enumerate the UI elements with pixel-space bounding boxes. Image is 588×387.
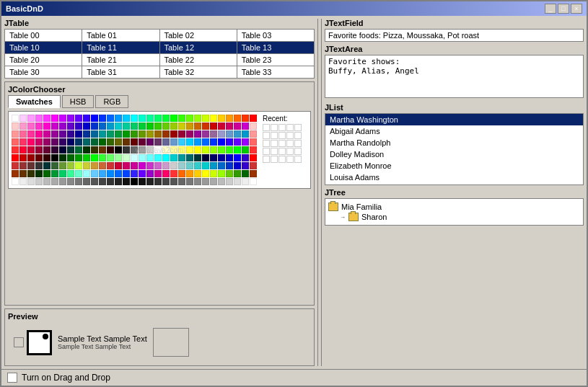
color-swatch-cell[interactable] bbox=[218, 162, 225, 169]
tree-item-mia-familia[interactable]: Mia Familia bbox=[328, 202, 580, 212]
color-swatch-cell[interactable] bbox=[250, 138, 257, 146]
color-swatch-cell[interactable] bbox=[218, 146, 225, 154]
recent-swatch-cell[interactable] bbox=[271, 148, 278, 155]
color-swatch-cell[interactable] bbox=[83, 123, 90, 130]
color-swatch-cell[interactable] bbox=[12, 115, 19, 122]
recent-swatch-cell[interactable] bbox=[271, 156, 278, 163]
color-swatch-cell[interactable] bbox=[250, 146, 257, 154]
color-swatch-cell[interactable] bbox=[170, 130, 177, 138]
color-swatch-cell[interactable] bbox=[202, 154, 209, 161]
color-swatch-cell[interactable] bbox=[146, 146, 154, 154]
color-swatch-cell[interactable] bbox=[67, 170, 74, 177]
color-swatch-cell[interactable] bbox=[154, 123, 162, 130]
color-swatch-cell[interactable] bbox=[186, 146, 193, 154]
color-swatch-cell[interactable] bbox=[154, 162, 162, 169]
color-swatch-cell[interactable] bbox=[194, 123, 201, 130]
color-swatch-cell[interactable] bbox=[27, 123, 35, 130]
recent-swatch-cell[interactable] bbox=[294, 132, 302, 139]
color-swatch-cell[interactable] bbox=[12, 123, 19, 130]
color-swatch-cell[interactable] bbox=[107, 146, 114, 154]
color-swatch-cell[interactable] bbox=[43, 170, 51, 177]
color-swatch-cell[interactable] bbox=[186, 130, 193, 138]
minimize-button[interactable]: _ bbox=[545, 4, 556, 14]
color-swatch-cell[interactable] bbox=[12, 170, 19, 177]
color-swatch-cell[interactable] bbox=[210, 162, 217, 169]
color-swatch-cell[interactable] bbox=[139, 146, 146, 154]
color-swatch-cell[interactable] bbox=[91, 154, 98, 161]
color-swatch-cell[interactable] bbox=[139, 162, 146, 169]
color-swatch-cell[interactable] bbox=[146, 123, 154, 130]
color-swatch-cell[interactable] bbox=[67, 115, 74, 122]
color-swatch-cell[interactable] bbox=[19, 170, 27, 177]
color-swatch-cell[interactable] bbox=[75, 130, 82, 138]
color-swatch-cell[interactable] bbox=[67, 146, 74, 154]
color-swatch-cell[interactable] bbox=[178, 170, 185, 177]
color-swatch-cell[interactable] bbox=[234, 138, 241, 146]
color-swatch-cell[interactable] bbox=[67, 123, 74, 130]
jlist-container[interactable]: Martha Washington Abigail Adams Martha R… bbox=[325, 113, 584, 185]
color-swatch-cell[interactable] bbox=[19, 130, 27, 138]
color-swatch-cell[interactable] bbox=[162, 154, 170, 161]
recent-swatch-cell[interactable] bbox=[263, 156, 270, 163]
color-swatch-cell[interactable] bbox=[43, 154, 51, 161]
table-row[interactable]: Table 00 Table 01 Table 02 Table 03 bbox=[5, 30, 315, 42]
color-swatch-cell[interactable] bbox=[75, 170, 82, 177]
color-swatch-cell[interactable] bbox=[178, 130, 185, 138]
color-swatch-cell[interactable] bbox=[194, 154, 201, 161]
color-swatch-cell[interactable] bbox=[12, 162, 19, 169]
color-swatch-cell[interactable] bbox=[210, 130, 217, 138]
color-swatch-cell[interactable] bbox=[115, 115, 122, 122]
color-swatch-cell[interactable] bbox=[218, 170, 225, 177]
color-swatch-cell[interactable] bbox=[139, 123, 146, 130]
close-button[interactable]: × bbox=[571, 4, 582, 14]
color-swatch-cell[interactable] bbox=[170, 123, 177, 130]
color-swatch-cell[interactable] bbox=[242, 138, 249, 146]
tree-item-sharon[interactable]: → Sharon bbox=[340, 212, 580, 222]
color-swatch-cell[interactable] bbox=[234, 170, 241, 177]
color-swatch-cell[interactable] bbox=[250, 130, 257, 138]
color-swatch-cell[interactable] bbox=[59, 123, 66, 130]
recent-swatch-cell[interactable] bbox=[294, 156, 302, 163]
color-swatch-cell[interactable] bbox=[210, 178, 217, 185]
color-swatch-cell[interactable] bbox=[107, 123, 114, 130]
color-swatch-cell[interactable] bbox=[115, 138, 122, 146]
jtextarea-input[interactable]: Favorite shows: Buffy, Alias, Angel bbox=[325, 55, 584, 98]
color-swatch-cell[interactable] bbox=[234, 123, 241, 130]
color-swatch-cell[interactable] bbox=[123, 123, 130, 130]
color-swatch-cell[interactable] bbox=[27, 138, 35, 146]
color-swatch-cell[interactable] bbox=[250, 154, 257, 161]
color-swatch-cell[interactable] bbox=[107, 130, 114, 138]
color-swatch-cell[interactable] bbox=[226, 162, 233, 169]
recent-swatch-cell[interactable] bbox=[263, 148, 270, 155]
color-swatch-cell[interactable] bbox=[202, 162, 209, 169]
color-swatch-cell[interactable] bbox=[67, 130, 74, 138]
color-swatch-cell[interactable] bbox=[75, 138, 82, 146]
color-swatch-cell[interactable] bbox=[91, 162, 98, 169]
color-swatch-cell[interactable] bbox=[218, 178, 225, 185]
color-swatch-cell[interactable] bbox=[75, 146, 82, 154]
color-swatch-cell[interactable] bbox=[107, 170, 114, 177]
tab-swatches[interactable]: Swatches bbox=[8, 95, 61, 108]
color-swatch-cell[interactable] bbox=[194, 130, 201, 138]
color-swatch-cell[interactable] bbox=[186, 178, 193, 185]
color-swatch-cell[interactable] bbox=[210, 170, 217, 177]
color-swatch-cell[interactable] bbox=[194, 146, 201, 154]
color-swatch-cell[interactable] bbox=[234, 154, 241, 161]
color-swatch-cell[interactable] bbox=[154, 154, 162, 161]
color-swatch-cell[interactable] bbox=[146, 130, 154, 138]
color-swatch-cell[interactable] bbox=[139, 154, 146, 161]
color-swatch-cell[interactable] bbox=[226, 146, 233, 154]
color-swatch-cell[interactable] bbox=[178, 162, 185, 169]
color-swatch-cell[interactable] bbox=[154, 170, 162, 177]
color-swatch-cell[interactable] bbox=[170, 146, 177, 154]
list-item[interactable]: Abigail Adams bbox=[325, 125, 583, 137]
color-swatch-cell[interactable] bbox=[19, 146, 27, 154]
list-item[interactable]: Elizabeth Monroe bbox=[325, 160, 583, 172]
color-swatch-cell[interactable] bbox=[43, 146, 51, 154]
color-swatch-cell[interactable] bbox=[67, 154, 74, 161]
color-swatch-cell[interactable] bbox=[210, 123, 217, 130]
color-swatch-cell[interactable] bbox=[250, 162, 257, 169]
color-swatch-cell[interactable] bbox=[59, 178, 66, 185]
color-swatch-cell[interactable] bbox=[59, 154, 66, 161]
color-swatch-cell[interactable] bbox=[234, 178, 241, 185]
